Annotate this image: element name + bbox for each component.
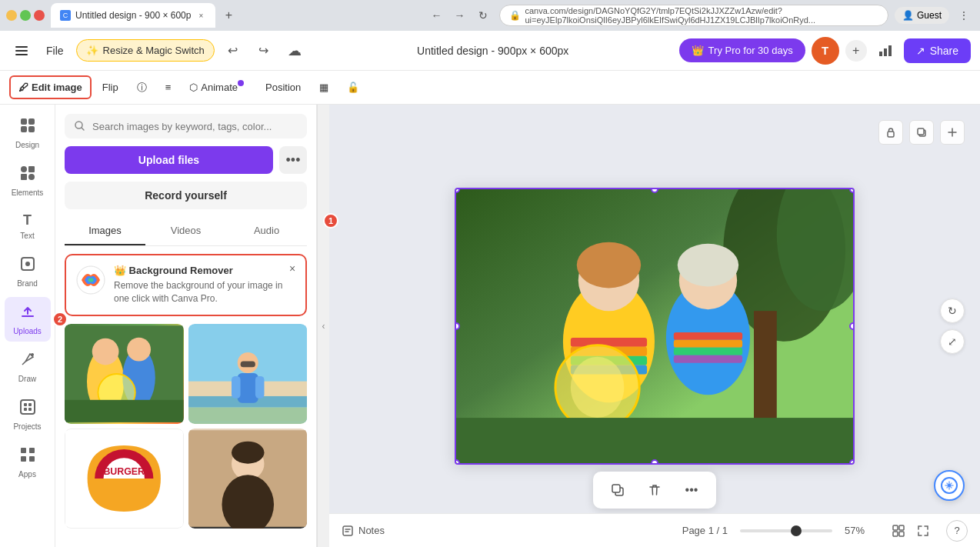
card-icon (75, 265, 106, 295)
svg-rect-4 (28, 118, 35, 125)
cloud-save-button[interactable]: ☁ (282, 38, 307, 63)
redo-button[interactable]: ↪ (252, 38, 276, 63)
tab-audio[interactable]: Audio (226, 217, 307, 245)
tab-title: Untitled design - 900 × 600p (75, 10, 191, 21)
more-dots-icon: ••• (286, 152, 301, 168)
sidebar-item-draw[interactable]: Draw (5, 345, 51, 389)
image-thumbnail-beach[interactable] (188, 324, 308, 424)
browser-tab[interactable]: C Untitled design - 900 × 600p × (51, 3, 215, 28)
user-avatar[interactable]: T (812, 37, 839, 65)
svg-rect-18 (28, 408, 32, 411)
svg-point-67 (678, 243, 738, 286)
svg-rect-21 (21, 456, 26, 462)
sidebar-item-projects[interactable]: Projects (5, 392, 51, 437)
profile-button[interactable]: 👤 Guest (895, 7, 949, 24)
search-bar[interactable] (65, 114, 307, 138)
upload-more-button[interactable]: ••• (279, 146, 307, 174)
canvas-rotate-button[interactable]: ↻ (940, 299, 965, 323)
svg-rect-1 (884, 48, 887, 56)
maximize-button[interactable] (20, 10, 31, 21)
svg-rect-52 (918, 128, 924, 135)
undo-button[interactable]: ↩ (221, 38, 245, 63)
page-slider[interactable] (740, 529, 832, 532)
svg-rect-40 (240, 361, 255, 367)
zoom-slider-thumb[interactable] (791, 525, 802, 536)
add-button[interactable]: + (845, 40, 867, 62)
resize-magic-switch-button[interactable]: ✨ Resize & Magic Switch (76, 39, 215, 62)
crown-icon: 👑 (692, 45, 704, 56)
share-button[interactable]: ↗ Share (904, 38, 971, 63)
window-controls (6, 10, 45, 21)
sidebar-item-apps[interactable]: Apps (5, 440, 51, 485)
hamburger-menu-button[interactable] (9, 38, 34, 63)
sidebar-item-uploads[interactable]: Uploads (5, 297, 51, 342)
sidebar-item-brand[interactable]: Brand (5, 249, 51, 294)
image-thumbnail-woman[interactable] (188, 429, 308, 529)
position-button[interactable]: Position (258, 77, 308, 98)
uploads-icon (19, 303, 36, 324)
copy-element-button[interactable] (605, 478, 630, 502)
notes-button[interactable]: Notes (342, 525, 385, 537)
add-canvas-button[interactable] (940, 120, 965, 145)
hamburger-line (15, 46, 28, 48)
info-button[interactable]: ⓘ (129, 76, 155, 99)
brand-label: Brand (17, 279, 38, 288)
file-button[interactable]: File (40, 40, 70, 62)
tab-images[interactable]: Images (65, 217, 145, 245)
sidebar-item-design[interactable]: Design (5, 111, 51, 155)
chart-icon (878, 44, 892, 58)
svg-point-12 (25, 262, 30, 266)
animate-button[interactable]: ⬡ Animate (182, 77, 255, 98)
browser-chrome: C Untitled design - 900 × 600p × + ← → ↻… (0, 0, 980, 31)
forward-button[interactable]: → (450, 5, 470, 25)
resize-handle-rm[interactable] (849, 322, 855, 330)
tab-favicon: C (60, 10, 71, 21)
sparkle-button[interactable] (934, 470, 965, 501)
new-tab-button[interactable]: + (218, 5, 238, 25)
more-options-button[interactable]: ••• (679, 478, 704, 502)
image-thumbnail-kids[interactable] (65, 324, 184, 424)
lock-button[interactable]: 🔓 (339, 77, 367, 98)
resize-handle-br[interactable] (849, 459, 855, 465)
tab-videos[interactable]: Videos (145, 217, 226, 245)
back-button[interactable]: ← (427, 5, 447, 25)
resize-handle-bm[interactable] (651, 459, 658, 465)
edit-image-button[interactable]: 🖊 Edit image (9, 75, 92, 99)
sidebar-item-elements[interactable]: Elements (5, 158, 51, 203)
tab-close-button[interactable]: × (195, 10, 206, 21)
canvas-image[interactable]: ↻ (455, 188, 855, 465)
draw-label: Draw (18, 375, 36, 383)
try-pro-button[interactable]: 👑 Try Pro for 30 days (679, 38, 805, 62)
image-grid: BURGER QUEEN (65, 324, 307, 529)
duplicate-canvas-button[interactable] (909, 120, 934, 145)
minimize-button[interactable] (6, 10, 17, 21)
delete-element-button[interactable] (642, 478, 667, 502)
address-bar[interactable]: 🔒 canva.com/design/DAGNoYQfG2Y/tmlp7EQtS… (499, 5, 889, 26)
grid-view-button[interactable] (888, 520, 909, 542)
svg-rect-76 (612, 485, 620, 492)
transparency-button[interactable]: ▦ (312, 77, 336, 98)
bg-remover-close-button[interactable]: × (285, 262, 299, 275)
image-thumbnail-burger-queen[interactable]: BURGER QUEEN (65, 429, 184, 529)
resize-handle-tr[interactable] (849, 188, 855, 193)
panel-collapse-handle[interactable]: ‹ (317, 105, 329, 547)
browser-more-button[interactable]: ⋮ (954, 5, 974, 25)
canvas-expand-button[interactable]: ⤢ (940, 329, 965, 354)
search-input[interactable] (92, 121, 298, 132)
expand-icon: ⤢ (948, 335, 957, 348)
flip-button[interactable]: Flip (95, 77, 126, 98)
analytics-button[interactable] (873, 38, 898, 63)
refresh-button[interactable]: ↻ (473, 5, 493, 25)
upload-files-button[interactable]: Upload files (65, 146, 273, 174)
sidebar-item-text[interactable]: T Text (5, 206, 51, 246)
notes-label: Notes (358, 525, 385, 536)
lines-button[interactable]: ≡ (158, 77, 179, 98)
zoom-slider-track[interactable] (740, 529, 832, 532)
svg-rect-0 (879, 52, 882, 56)
close-window-button[interactable] (34, 10, 45, 21)
help-button[interactable]: ? (946, 520, 968, 542)
fullscreen-button[interactable] (912, 520, 934, 542)
toolbar-actions: 👑 Try Pro for 30 days T + ↗ Share (679, 37, 971, 65)
record-yourself-button[interactable]: Record yourself (65, 182, 307, 209)
lock-canvas-button[interactable] (878, 120, 903, 145)
